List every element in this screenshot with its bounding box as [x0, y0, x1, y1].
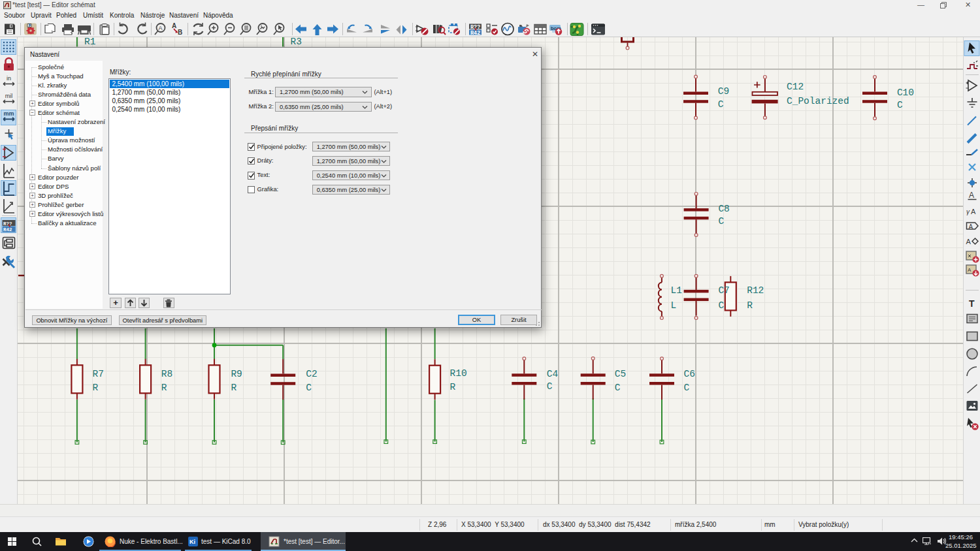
svg-text:A: A [172, 22, 176, 29]
svg-text:A: A [968, 267, 972, 273]
svg-text:C: C [718, 216, 724, 227]
svg-text:C12: C12 [787, 82, 804, 92]
svg-text:A: A [969, 191, 974, 200]
svg-text:in: in [7, 75, 11, 82]
svg-text:C2: C2 [306, 369, 317, 379]
svg-text:A: A [966, 238, 972, 245]
svg-text:R12: R12 [747, 285, 764, 296]
svg-text:C4: C4 [547, 369, 558, 379]
svg-text:R: R [93, 383, 99, 393]
svg-text:mil: mil [5, 93, 13, 99]
svg-text:Ki: Ki [189, 539, 195, 545]
svg-text:R1: R1 [84, 37, 95, 47]
svg-text:R10: R10 [450, 368, 467, 379]
svg-text:R: R [450, 382, 456, 392]
svg-text:C7: C7 [718, 285, 729, 296]
svg-text:C: C [547, 381, 553, 392]
svg-text:C: C [684, 383, 690, 393]
svg-text:T: T [969, 298, 975, 309]
svg-text:R3: R3 [291, 37, 302, 47]
svg-text:γ: γ [966, 208, 970, 215]
svg-text:mm: mm [3, 110, 14, 117]
svg-text:R8: R8 [161, 369, 172, 379]
svg-text:R: R [231, 383, 237, 393]
svg-text:C9: C9 [718, 86, 729, 97]
svg-text:R9: R9 [231, 369, 242, 379]
svg-text:C: C [615, 383, 621, 393]
svg-text:C: C [718, 99, 724, 110]
svg-text:C8: C8 [718, 204, 729, 214]
svg-text:C10: C10 [897, 87, 914, 98]
svg-text:C: C [897, 100, 903, 110]
svg-text:C5: C5 [615, 369, 626, 379]
svg-text:R: R [747, 300, 753, 311]
svg-text:A: A [159, 25, 163, 31]
svg-text:B: B [178, 29, 182, 36]
svg-text:L: L [671, 300, 677, 311]
svg-text:L1: L1 [671, 285, 682, 296]
svg-text:A: A [969, 223, 973, 230]
svg-text:C6: C6 [684, 369, 695, 379]
svg-text:C_Polarized: C_Polarized [787, 96, 849, 106]
svg-text:C: C [306, 383, 312, 393]
svg-text:A: A [971, 208, 976, 215]
svg-text:R7: R7 [93, 369, 104, 379]
svg-text:C: C [718, 300, 724, 311]
svg-text:R??: R?? [3, 221, 12, 227]
svg-text:R: R [161, 383, 167, 393]
svg-text:R42: R42 [470, 30, 480, 37]
svg-text:R42: R42 [3, 227, 12, 232]
